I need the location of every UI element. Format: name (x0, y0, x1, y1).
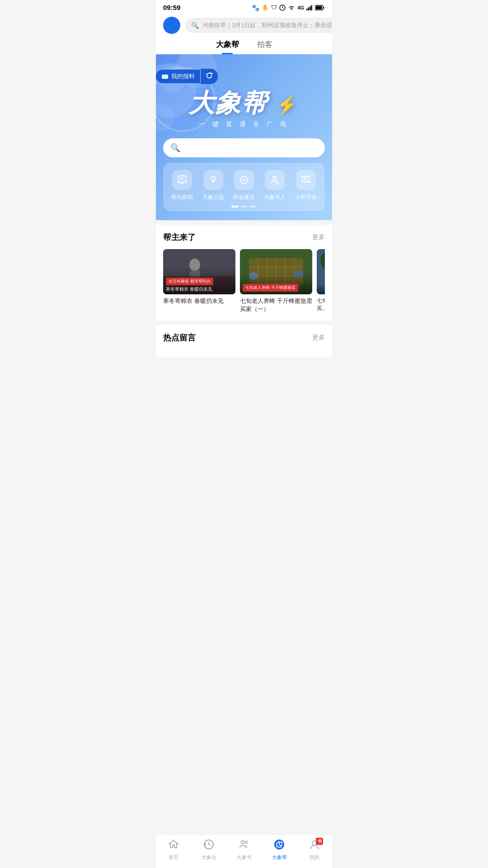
shield-icon: 🛡 (271, 4, 277, 11)
my-report-label: 我的报料 (171, 72, 195, 80)
card-1-tag: 生活有麻烦 都市帮到办 (166, 278, 213, 285)
dot-1 (231, 206, 239, 208)
dot-2 (240, 206, 248, 208)
quick-actions: 帮办新闻 大象公益 (163, 163, 325, 211)
status-time: 09:59 (163, 4, 180, 11)
bangban-xinwen-icon (172, 170, 192, 190)
header: 🐾 🔍 河南你早｜3月1日起，郑州这项政策停止；乘坐进... (156, 13, 332, 34)
news-card-thumb-2: 七旬老人养蜂 千斤蜂蜜难卖 (240, 249, 312, 294)
bangzhu-cards: 生活有麻烦 都市帮到办 寒冬寄棉衣 春暖仍未见 寒冬寄棉衣 春暖仍未见 (163, 249, 325, 313)
refresh-hero-button[interactable] (201, 69, 218, 84)
svg-rect-12 (178, 176, 186, 182)
signal-icon (306, 5, 313, 10)
search-bar[interactable]: 🔍 河南你早｜3月1日起，郑州这项政策停止；乘坐进... (185, 18, 332, 33)
hot-comments-section: 热点留言 更多 (156, 325, 332, 357)
card-2-title: 七旬老人养蜂 千斤蜂蜜急需买家（一） (240, 297, 312, 313)
quick-action-label-4: 小莉寻物 (295, 193, 317, 201)
news-card-1[interactable]: 生活有麻烦 都市帮到办 寒冬寄棉衣 春暖仍未见 寒冬寄棉衣 春暖仍未见 (163, 249, 235, 313)
envelope-icon: ✉️ (161, 73, 169, 80)
card-2-tag: 七旬老人养蜂 千斤蜂蜜难卖 (243, 284, 298, 292)
dots-indicator (167, 206, 321, 208)
refresh-icon (205, 71, 213, 80)
tabs-container: 大象帮 拍客 (156, 34, 332, 54)
svg-rect-1 (306, 9, 308, 10)
bangzhu-section-header: 帮主来了 更多 (163, 232, 325, 243)
card-1-overlay: 生活有麻烦 都市帮到办 寒冬寄棉衣 春暖仍未见 (163, 267, 235, 294)
news-card-thumb-3 (317, 249, 325, 294)
svg-rect-4 (311, 5, 313, 10)
bangzhu-section: 帮主来了 更多 (156, 225, 332, 321)
xunren-icon (265, 170, 285, 190)
bangzhu-title: 帮主来了 (163, 232, 196, 243)
quick-action-label-0: 帮办新闻 (171, 193, 193, 201)
svg-rect-6 (316, 6, 322, 9)
network-4g: 4G (297, 5, 304, 10)
status-bar: 09:59 🐾 ✋ 🛡 4G (156, 0, 332, 13)
hand-icon: ✋ (262, 4, 269, 11)
app-logo[interactable]: 🐾 (163, 17, 180, 34)
hot-comments-header: 热点留言 更多 (163, 332, 325, 343)
quick-action-label-2: 两会建言 (233, 193, 255, 201)
news-card-thumb-1: 生活有麻烦 都市帮到办 寒冬寄棉衣 春暖仍未见 (163, 249, 235, 294)
my-report-button[interactable]: ✉️ 我的报料 (156, 70, 200, 83)
quick-action-xunwu[interactable]: 小莉寻物 (295, 170, 317, 201)
refresh-icon (279, 5, 286, 11)
news-card-2[interactable]: 七旬老人养蜂 千斤蜂蜜难卖 七旬老人养蜂 千斤蜂蜜急需买家（一） (240, 249, 312, 313)
card-1-overlay-text: 寒冬寄棉衣 春暖仍未见 (166, 286, 233, 292)
quick-action-bangban-xinwen[interactable]: 帮办新闻 (171, 170, 193, 201)
quick-actions-grid: 帮办新闻 大象公益 (167, 170, 321, 201)
quick-action-gonyi[interactable]: 大象公益 (202, 170, 224, 201)
bangzhu-more[interactable]: 更多 (312, 233, 325, 241)
quick-action-lianghui[interactable]: 两会建言 (233, 170, 255, 201)
lightning-icon: ⚡ (276, 95, 299, 115)
svg-point-14 (273, 176, 277, 180)
paw-icon: 🐾 (252, 4, 259, 11)
svg-rect-2 (308, 7, 310, 10)
gonyi-icon (203, 170, 223, 190)
hot-comments-title: 热点留言 (163, 332, 196, 343)
news-card-3[interactable]: 七旬老…急需买... (317, 249, 325, 313)
card-2-overlay: 七旬老人养蜂 千斤蜂蜜难卖 (240, 274, 312, 294)
card-3-overlay (317, 283, 325, 294)
quick-action-label-1: 大象公益 (202, 193, 224, 201)
search-placeholder-text: 河南你早｜3月1日起，郑州这项政策停止；乘坐进... (202, 21, 332, 29)
hero-banner: ✉️ 我的报料 大象帮 ⚡ 一 键 直 通 全 广 电 🔍 (156, 54, 332, 220)
hero-top-actions: ✉️ 我的报料 (156, 69, 318, 84)
logo-paw-icon: 🐾 (166, 20, 178, 31)
search-icon: 🔍 (191, 22, 199, 29)
card-1-title: 寒冬寄棉衣 春暖仍未见 (163, 297, 235, 305)
xunwu-icon (296, 170, 316, 190)
svg-point-16 (307, 182, 309, 183)
hero-main-title: 大象帮 ⚡ (163, 90, 325, 116)
dot-3 (249, 206, 257, 208)
banner-search[interactable]: 🔍 (163, 138, 325, 157)
card-3-title: 七旬老…急需买... (317, 297, 325, 312)
hero-title-area: 大象帮 ⚡ 一 键 直 通 全 广 电 (163, 77, 325, 133)
wifi-icon (288, 5, 295, 10)
battery-icon (315, 5, 325, 10)
hero-subtitle: 一 键 直 通 全 广 电 (163, 120, 325, 128)
svg-rect-3 (310, 6, 311, 10)
banner-search-icon: 🔍 (170, 143, 180, 153)
quick-action-label-3: 大象寻人 (264, 193, 286, 201)
hot-comments-more[interactable]: 更多 (312, 334, 325, 342)
tab-daxiangbang[interactable]: 大象帮 (216, 39, 239, 54)
status-icons: 🐾 ✋ 🛡 4G (252, 4, 325, 11)
tab-paike[interactable]: 拍客 (257, 39, 272, 54)
quick-action-xunren[interactable]: 大象寻人 (264, 170, 286, 201)
lianghui-icon (234, 170, 254, 190)
